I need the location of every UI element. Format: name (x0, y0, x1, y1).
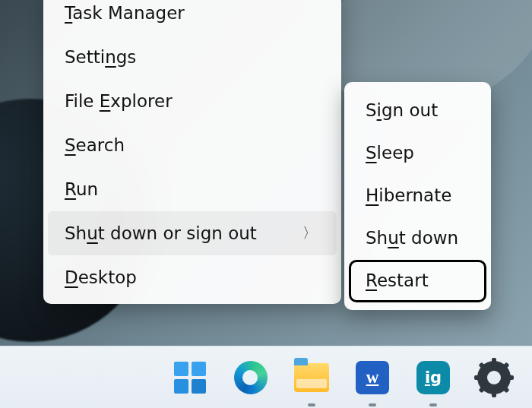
taskbar-word-button[interactable]: w (353, 359, 391, 397)
menu-item-label: Desktop (65, 267, 137, 287)
menu-item-label: Task Manager (65, 3, 185, 23)
taskbar-settings-button[interactable] (475, 359, 513, 397)
submenu-item-label: Sleep (366, 143, 414, 163)
submenu-item-hibernate[interactable]: Hibernate (349, 175, 486, 217)
menu-item-label: Shut down or sign out (65, 223, 257, 243)
taskbar-start-button[interactable] (171, 359, 209, 397)
menu-item-run[interactable]: Run (48, 167, 337, 211)
submenu-item-sleep[interactable]: Sleep (349, 132, 486, 175)
menu-item-label: Search (65, 135, 125, 155)
taskbar-ig-button[interactable]: ig (414, 359, 452, 397)
submenu-item-shut-down[interactable]: Shut down (349, 217, 486, 260)
power-submenu: Sign out Sleep Hibernate Shut down Resta… (344, 82, 491, 310)
ig-icon: ig (416, 361, 450, 394)
word-icon: w (356, 361, 389, 394)
menu-item-task-manager[interactable]: Task Manager (48, 0, 337, 35)
gear-icon (477, 361, 511, 394)
menu-item-file-explorer[interactable]: File Explorer (48, 79, 337, 123)
start-icon (174, 362, 206, 394)
submenu-item-label: Restart (366, 270, 429, 290)
menu-item-label: File Explorer (65, 91, 173, 111)
chevron-right-icon: 〉 (302, 223, 317, 243)
menu-item-desktop[interactable]: Desktop (48, 255, 337, 299)
menu-item-search[interactable]: Search (48, 123, 337, 167)
submenu-item-restart[interactable]: Restart (349, 260, 486, 302)
taskbar: w ig (0, 346, 532, 408)
file-explorer-icon (294, 363, 329, 392)
submenu-item-label: Hibernate (366, 185, 451, 205)
submenu-item-label: Shut down (366, 228, 458, 248)
menu-item-label: Run (65, 179, 98, 199)
submenu-item-sign-out[interactable]: Sign out (349, 90, 486, 132)
taskbar-file-explorer-button[interactable] (293, 359, 331, 397)
submenu-item-label: Sign out (366, 100, 438, 120)
taskbar-edge-button[interactable] (232, 359, 270, 397)
menu-item-settings[interactable]: Settings (48, 35, 337, 79)
power-user-menu: Task Manager Settings File Explorer Sear… (43, 0, 341, 304)
edge-icon (234, 361, 268, 394)
menu-item-label: Settings (65, 47, 136, 67)
menu-item-shut-down-or-sign-out[interactable]: Shut down or sign out 〉 (48, 211, 337, 255)
